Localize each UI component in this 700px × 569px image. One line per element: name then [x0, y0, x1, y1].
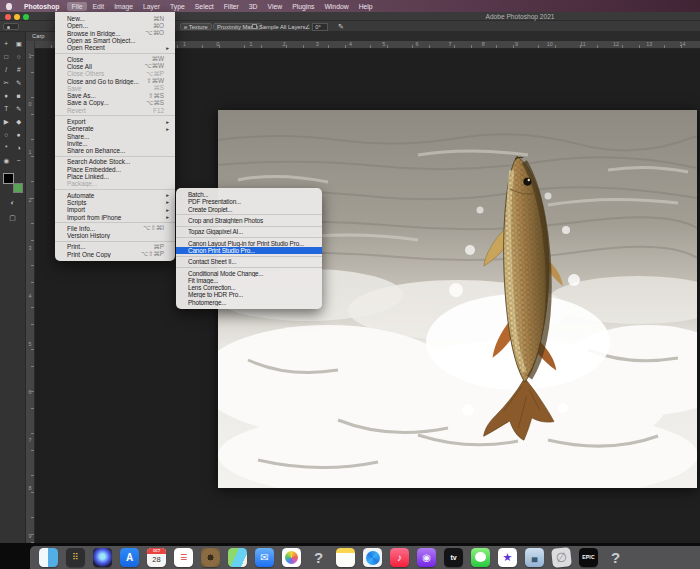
background-color-swatch[interactable] [13, 183, 23, 193]
dock-app-icon[interactable]: ☰ [174, 548, 193, 567]
dock-app-icon[interactable]: ⠿ [66, 548, 85, 567]
apple-logo-icon[interactable] [6, 3, 12, 10]
zoom-window-button[interactable] [23, 14, 29, 20]
file-menu-item[interactable] [55, 189, 175, 190]
menubar-item[interactable]: Layer [138, 2, 165, 11]
automate-submenu-item[interactable] [176, 237, 322, 238]
tool-button[interactable]: ▣ [13, 38, 24, 49]
dock-app-icon[interactable] [282, 548, 301, 567]
file-menu-item[interactable]: Automate ▸ [55, 192, 175, 199]
automate-submenu-item[interactable]: PDF Presentation... [176, 198, 322, 205]
file-menu-item[interactable] [55, 156, 175, 157]
tool-button[interactable]: ■ [13, 90, 24, 101]
dock-app-icon[interactable]: ? [309, 548, 328, 567]
menubar-item[interactable]: 3D [244, 2, 263, 11]
dock-app-icon[interactable] [201, 548, 220, 567]
file-menu-item[interactable]: Import ▸ [55, 206, 175, 213]
menubar-item[interactable]: Select [190, 2, 219, 11]
tool-button[interactable]: / [1, 64, 12, 75]
file-menu-item[interactable]: Version History [55, 232, 175, 239]
automate-submenu-item[interactable]: Canon Layout Plug-in for Print Studio Pr… [176, 239, 322, 246]
tool-button[interactable]: ○ [13, 51, 24, 62]
quick-mask-icon[interactable]: ◐ [10, 197, 14, 208]
menubar-item[interactable]: Edit [87, 2, 109, 11]
file-menu-item[interactable]: Open Recent ▸ [55, 44, 175, 51]
dock-app-icon[interactable]: ✉ [255, 548, 274, 567]
tool-button[interactable]: ✂ [1, 77, 12, 88]
automate-submenu-item[interactable] [176, 267, 322, 268]
create-texture-button[interactable]: e Texture [180, 23, 212, 30]
file-menu-item[interactable]: Open as Smart Object... [55, 37, 175, 44]
automate-submenu-item[interactable]: Canon Print Studio Pro... [176, 247, 322, 254]
tool-button[interactable]: ~ [13, 155, 24, 166]
menubar-item[interactable]: Type [165, 2, 190, 11]
file-menu-item[interactable]: Share... [55, 132, 175, 139]
file-menu-item[interactable]: Revert F12 [55, 107, 175, 114]
dock-app-icon[interactable]: A [120, 548, 139, 567]
file-menu-item[interactable]: Print One Copy ⌥⇧⌘P [55, 251, 175, 258]
automate-submenu-item[interactable]: Photomerge... [176, 299, 322, 306]
file-menu-item[interactable]: Invite... [55, 140, 175, 147]
sample-all-layers-checkbox[interactable]: Sample All Layers [252, 23, 305, 30]
automate-submenu-item[interactable] [176, 226, 322, 227]
file-menu-item[interactable] [55, 241, 175, 242]
automate-submenu-item[interactable]: Create Droplet... [176, 206, 322, 213]
file-menu-item[interactable]: Place Embedded... [55, 166, 175, 173]
tool-button[interactable]: ▶ [1, 116, 12, 127]
file-menu-item[interactable]: Place Linked... [55, 173, 175, 180]
dock-app-icon[interactable] [228, 548, 247, 567]
tool-button[interactable]: # [13, 64, 24, 75]
dock-app-icon[interactable]: ▄ [525, 548, 544, 567]
automate-submenu-item[interactable] [176, 214, 322, 215]
dock-app-icon[interactable] [336, 548, 355, 567]
dock-app-icon[interactable]: ◉ [417, 548, 436, 567]
menubar-item[interactable]: View [263, 2, 288, 11]
file-menu-item[interactable] [55, 222, 175, 223]
file-menu-item[interactable]: Browse in Bridge... ⌥⌘O [55, 30, 175, 37]
menubar-item[interactable]: File [67, 2, 88, 11]
tool-button[interactable]: ● [13, 129, 24, 140]
file-menu-item[interactable] [55, 115, 175, 116]
automate-submenu-item[interactable]: Conditional Mode Change... [176, 269, 322, 276]
menubar-item[interactable]: Help [354, 2, 378, 11]
brush-pressure-icon[interactable]: ✎ [338, 23, 344, 30]
tool-button[interactable]: ♦ [1, 90, 12, 101]
tool-button[interactable]: ◑ [13, 142, 24, 153]
tool-button[interactable]: ✎ [13, 77, 24, 88]
dock-app-icon[interactable]: ♪ [390, 548, 409, 567]
dock-app-icon[interactable] [363, 548, 382, 567]
file-menu-item[interactable]: Scripts ▸ [55, 199, 175, 206]
menubar-item[interactable]: Filter [219, 2, 244, 11]
file-menu-item[interactable]: File Info... ⌥⇧⌘I [55, 225, 175, 232]
automate-submenu-item[interactable]: Lens Correction... [176, 284, 322, 291]
dock-app-icon[interactable] [93, 548, 112, 567]
automate-submenu-item[interactable]: Crop and Straighten Photos [176, 217, 322, 224]
tool-button[interactable]: □ [1, 51, 12, 62]
file-menu-item[interactable]: Save a Copy... ⌥⌘S [55, 99, 175, 106]
file-menu-item[interactable]: Search Adobe Stock... [55, 158, 175, 165]
dock-app-icon[interactable]: ? [606, 548, 625, 567]
file-menu-item[interactable]: Import from iPhone ▸ [55, 213, 175, 220]
dock-app-icon[interactable]: tv [444, 548, 463, 567]
tool-button[interactable]: + [1, 38, 12, 49]
dock-app-icon[interactable] [471, 548, 490, 567]
tool-button[interactable]: ○ [1, 129, 12, 140]
tool-preset-icon[interactable] [3, 23, 19, 30]
tool-button[interactable]: * [1, 142, 12, 153]
automate-submenu-item[interactable]: Batch... [176, 191, 322, 198]
brush-angle-field[interactable]: ∠0° [305, 23, 328, 30]
close-window-button[interactable] [5, 14, 11, 20]
app-menu-photoshop[interactable]: Photoshop [19, 2, 65, 11]
automate-submenu-item[interactable]: Merge to HDR Pro... [176, 291, 322, 298]
foreground-color-swatch[interactable] [3, 173, 14, 184]
file-menu-item[interactable]: Generate ▸ [55, 125, 175, 132]
dock-app-icon[interactable] [39, 548, 58, 567]
screen-mode-icon[interactable]: ▢ [9, 212, 16, 223]
tool-button[interactable]: ◉ [1, 155, 12, 166]
file-menu-item[interactable]: Package... [55, 180, 175, 187]
tool-button[interactable]: T [1, 103, 12, 114]
menubar-item[interactable]: Plugins [287, 2, 319, 11]
menubar-item[interactable]: Window [319, 2, 353, 11]
automate-submenu-item[interactable]: Topaz Gigapixel AI... [176, 228, 322, 235]
minimize-window-button[interactable] [14, 14, 20, 20]
